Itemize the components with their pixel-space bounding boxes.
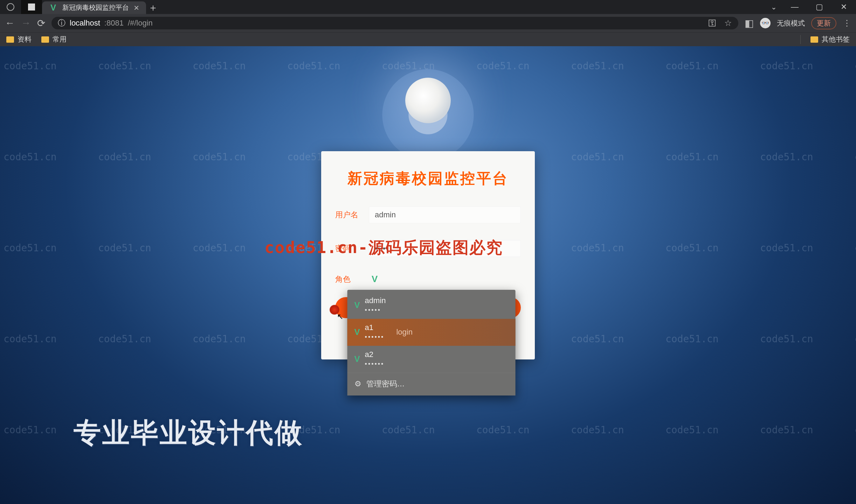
password-input[interactable] (375, 244, 515, 253)
autofill-manage-passwords[interactable]: ⚙ 管理密码… (347, 373, 516, 396)
role-label: 角色 (335, 274, 369, 285)
watermark-text: code51.cn (855, 424, 856, 436)
watermark-text: code51.cn (760, 60, 813, 72)
bookmark-label: 资料 (18, 35, 32, 44)
gear-icon: ⚙ (354, 379, 361, 388)
watermark-text: code51.cn (193, 60, 246, 72)
update-button[interactable]: 更新 (811, 17, 836, 29)
nav-back-icon[interactable]: ← (5, 18, 15, 29)
address-bar[interactable]: ⓘ localhost:8081/#/login ⚿ ☆ (51, 17, 738, 29)
moon-graphic (405, 78, 451, 123)
watermark-text: code51.cn (855, 333, 856, 345)
window-maximize-button[interactable]: ▢ (807, 0, 831, 14)
watermark-text: code51.cn (4, 424, 57, 436)
username-label: 用户名 (335, 210, 369, 220)
watermark-text: code51.cn (665, 333, 719, 345)
watermark-text: code51.cn (98, 424, 151, 436)
bookmarks-bar: 资料 常用 其他书签 (0, 32, 856, 46)
bookmark-folder-2[interactable]: 常用 (41, 35, 67, 44)
side-panel-icon[interactable]: ◧ (745, 18, 754, 29)
bookmark-star-icon[interactable]: ☆ (724, 18, 732, 28)
nav-reload-icon[interactable]: ⟳ (37, 18, 45, 29)
window-controls: ― ▢ ✕ (782, 0, 856, 14)
autofill-user: admin (365, 296, 386, 305)
vue-mark-icon: V (372, 274, 378, 285)
watermark-text: code51.cn (4, 151, 57, 163)
watermark-text: code51.cn (665, 242, 719, 254)
circle-icon (7, 3, 14, 11)
url-port: :8081 (104, 19, 124, 28)
watermark-text: code51.cn (4, 60, 57, 72)
password-key-icon[interactable]: ⚿ (708, 18, 717, 28)
nav-forward-icon[interactable]: → (21, 18, 31, 29)
watermark-text: code51.cn (476, 60, 530, 72)
watermark-text: code51.cn (98, 242, 151, 254)
watermark-text: code51.cn (571, 151, 624, 163)
watermark-text: code51.cn (571, 333, 624, 345)
other-bookmarks-button[interactable]: 其他书签 (810, 35, 850, 44)
login-title: 新冠病毒校园监控平台 (335, 169, 521, 188)
autofill-pass: •••••• (365, 360, 385, 368)
vue-favicon-icon: V (354, 327, 360, 337)
browser-tab-active[interactable]: V 新冠病毒校园监控平台 × (42, 1, 146, 14)
autofill-item-0[interactable]: V admin ••••• (347, 292, 516, 319)
watermark-text: code51.cn (571, 424, 624, 436)
bookmark-folder-1[interactable]: 资料 (6, 35, 32, 44)
username-input-box[interactable] (369, 206, 521, 223)
folder-icon (6, 36, 14, 43)
watermark-text: code51.cn (382, 424, 435, 436)
site-info-icon[interactable]: ⓘ (58, 18, 65, 28)
promo-watermark: 专业毕业设计代做 (74, 415, 303, 451)
new-tab-button[interactable]: ＋ (146, 1, 160, 14)
vue-favicon-icon: V (49, 4, 57, 12)
watermark-text: code51.cn (98, 151, 151, 163)
watermark-text: code51.cn (665, 60, 719, 72)
password-row: 密码 (335, 240, 521, 257)
browser-menu-icon[interactable]: ⋮ (843, 18, 851, 28)
watermark-text: code51.cn (571, 60, 624, 72)
watermark-text: code51.cn (855, 60, 856, 72)
autofill-pass: •••••• (365, 334, 385, 341)
username-row: 用户名 (335, 206, 521, 223)
browser-toolbar: ← → ⟳ ⓘ localhost:8081/#/login ⚿ ☆ ◧ 👓 无… (0, 14, 856, 32)
window-minimize-button[interactable]: ― (782, 0, 807, 14)
watermark-text: code51.cn (476, 424, 530, 436)
incognito-icon[interactable]: 👓 (760, 18, 771, 28)
watermark-text: code51.cn (98, 333, 151, 345)
system-tab-strip (0, 0, 42, 14)
page-viewport: code51.cncode51.cncode51.cncode51.cncode… (0, 46, 856, 504)
watermark-text: code51.cn (98, 60, 151, 72)
password-label: 密码 (335, 243, 369, 254)
watermark-text: code51.cn (855, 151, 856, 163)
system-tab-1[interactable] (0, 0, 21, 14)
watermark-text: code51.cn (760, 151, 813, 163)
browser-titlebar: V 新冠病毒校园监控平台 × ＋ ⌄ ― ▢ ✕ (0, 0, 856, 14)
watermark-text: code51.cn (193, 424, 246, 436)
tab-close-icon[interactable]: × (134, 3, 139, 12)
url-path: /#/login (128, 19, 153, 28)
folder-icon (810, 36, 818, 43)
square-icon (28, 4, 35, 10)
watermark-text: code51.cn (4, 242, 57, 254)
watermark-text: code51.cn (193, 242, 246, 254)
window-close-button[interactable]: ✕ (831, 0, 856, 14)
autofill-item-2[interactable]: V a2 •••••• (347, 346, 516, 373)
watermark-text: code51.cn (855, 242, 856, 254)
system-tab-2[interactable] (21, 0, 42, 14)
username-input[interactable] (375, 210, 515, 219)
url-host: localhost (70, 19, 100, 28)
watermark-text: code51.cn (193, 151, 246, 163)
password-input-box[interactable] (369, 240, 521, 257)
watermark-text: code51.cn (760, 424, 813, 436)
autofill-pass: ••••• (365, 307, 386, 314)
tab-title: 新冠病毒校园监控平台 (62, 3, 129, 12)
watermark-text: code51.cn (571, 242, 624, 254)
watermark-text: code51.cn (287, 424, 340, 436)
watermark-text: code51.cn (382, 60, 435, 72)
watermark-text: code51.cn (760, 333, 813, 345)
tab-search-dropdown-icon[interactable]: ⌄ (765, 0, 782, 14)
watermark-text: code51.cn (665, 424, 719, 436)
autofill-item-1[interactable]: V a1 •••••• login (347, 319, 516, 346)
watermark-text: code51.cn (4, 333, 57, 345)
bookmark-label: 其他书签 (822, 35, 850, 44)
